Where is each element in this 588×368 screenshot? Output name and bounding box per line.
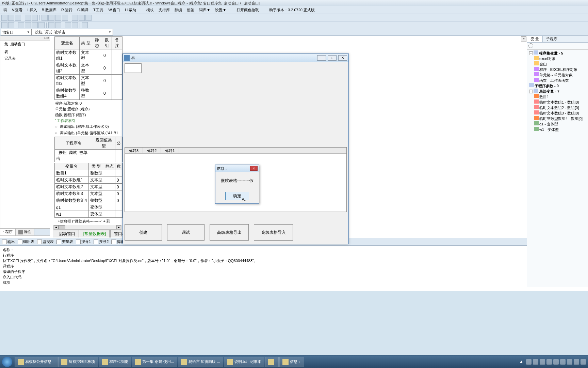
menu-item[interactable]: 辑 [1, 7, 9, 13]
tool-icon[interactable] [8, 15, 14, 21]
tree-node[interactable]: 临时整数型数组4 - 数组[0] [528, 116, 587, 121]
tool-tab[interactable]: 调用表 [18, 239, 34, 244]
tool-icon[interactable] [85, 15, 92, 21]
system-tray[interactable]: ▲ [519, 359, 588, 365]
maximize-icon[interactable]: □ [328, 55, 337, 61]
action-button[interactable]: 调试 [167, 224, 205, 241]
expand-icon[interactable]: - [529, 51, 533, 55]
tool-icon[interactable] [72, 22, 78, 28]
code-editor[interactable]: 变量名类 型静态数组备 注临时文本数组1文本型0临时文本数组2文本型0临时文本数… [54, 36, 122, 230]
taskbar-item[interactable]: 易模块公开信息... [15, 357, 58, 367]
tray-icon[interactable] [581, 359, 586, 365]
tool-tab[interactable]: 变量表 [56, 239, 73, 244]
tool-icon[interactable] [55, 22, 61, 28]
menu-item[interactable]: 打开颜色拾取 [234, 7, 261, 13]
expand-icon[interactable]: » [521, 36, 526, 42]
table-row[interactable]: 临时整数型数组4整数型0 [55, 87, 122, 100]
grid-column-header[interactable]: 你好2 [143, 148, 161, 153]
menu-item[interactable]: W.窗口 [106, 7, 122, 13]
variable-table[interactable]: 变量名类 型静态数数目1整数型临时文本数组1文本型0临时文本数组2文本型0临时文… [54, 163, 122, 218]
variable-table[interactable]: 变量名类 型静态数组备 注临时文本数组1文本型0临时文本数组2文本型0临时文本数… [54, 36, 122, 100]
textbox[interactable] [125, 63, 142, 73]
editor-tab[interactable]: _启动窗口 [53, 230, 79, 237]
taskbar-item[interactable]: 说明.txt - 记事本 [224, 357, 264, 367]
menu-item[interactable]: B.数据库 [40, 7, 59, 13]
tree-node[interactable]: 子程序参数 - 0 [528, 83, 587, 89]
close-icon[interactable]: ✕ [338, 55, 347, 61]
tab-variables[interactable]: 变 量 [527, 36, 543, 42]
code-line[interactable]: 函数.置程序 (程序) [54, 112, 122, 118]
tool-icon[interactable] [1, 22, 7, 28]
tree-node[interactable]: 程序 - EXCEL程序对象 [528, 67, 587, 72]
code-line[interactable]: ››调试输出 (单元格.偏移区域 ("A1:B1 [54, 130, 122, 136]
code-line[interactable]: 程序.获取对象 0 [54, 101, 122, 106]
table-row[interactable]: _按钮_调试_被单击 [55, 150, 122, 162]
tray-icon[interactable] [540, 359, 545, 365]
taskbar-item[interactable]: 信息： [279, 357, 304, 367]
search-box[interactable] [527, 43, 588, 50]
action-button[interactable]: 创建 [125, 224, 162, 241]
tree-node[interactable]: 金山 [528, 61, 587, 67]
tool-icon[interactable] [48, 22, 54, 28]
tool-icon[interactable] [79, 15, 85, 21]
menu-item[interactable]: 词库▼ [197, 7, 212, 13]
menu-item[interactable]: 设置▼ [213, 7, 228, 13]
tool-icon[interactable] [18, 22, 24, 28]
editor-tab[interactable]: [常量数据表] [80, 230, 110, 237]
tool-icon[interactable] [1, 15, 7, 21]
panel-close-icon[interactable]: □ × [0, 36, 50, 41]
tool-icon[interactable] [82, 22, 88, 28]
tab-program[interactable]: : 程序 [0, 229, 16, 235]
tree-item[interactable]: 记录表 [0, 55, 50, 62]
tab-subroutines[interactable]: 子程序 [543, 36, 561, 42]
menu-item[interactable]: 助手版本：3.2.0720 正式版 [267, 7, 317, 13]
action-button[interactable]: 高级表格导入 [254, 224, 293, 241]
code-line[interactable]: ↓ +信息框 ("微软表格---------" + 到 [54, 218, 122, 224]
minimize-icon[interactable]: — [317, 55, 326, 61]
menu-item[interactable]: I.插入 [25, 7, 39, 13]
taskbar-item[interactable]: 程序和功能 [99, 357, 131, 367]
tree-node[interactable]: 临时文本数组3 - 数组[0] [528, 110, 587, 116]
code-line[interactable]: 单元格.置程序 (程序) [54, 106, 122, 112]
tree-item[interactable]: 表 [0, 49, 50, 55]
tree-node[interactable]: excel对象 [528, 56, 587, 61]
table-row[interactable]: 临时文本数组3文本型0 [55, 75, 122, 87]
table-row[interactable]: 数目1整数型 [55, 170, 122, 177]
tray-icon[interactable] [553, 359, 559, 365]
tray-icon[interactable] [533, 359, 538, 365]
tool-tab[interactable]: 搜寻2 [94, 239, 109, 244]
table-row[interactable]: 临时文本数组3文本型0 [55, 190, 122, 197]
tool-icon[interactable] [32, 22, 38, 28]
tree-node[interactable]: w1 - 变体型 [528, 127, 587, 132]
variable-table[interactable]: 子程序名返回值类型公_按钮_调试_被单击 [54, 137, 122, 162]
action-button[interactable]: 高级表格导出 [210, 224, 249, 241]
scope-combo[interactable]: 动窗口▼ [1, 29, 31, 35]
tree-node[interactable]: -程序集变量 - 5 [528, 50, 587, 56]
tool-icon[interactable] [25, 22, 31, 28]
menu-item[interactable]: 模块 [144, 7, 156, 13]
table-row[interactable]: 临时文本数组1文本型0 [55, 177, 122, 184]
tray-icon[interactable] [574, 359, 579, 365]
tree-node[interactable]: 临时文本数组1 - 数组[0] [528, 99, 587, 105]
tree-node[interactable]: q1 - 变体型 [528, 121, 587, 127]
taskbar-item[interactable]: 第一集-创建-使用... [132, 357, 177, 367]
menu-item[interactable]: 支持库 [157, 7, 172, 13]
tool-tab[interactable]: 搜寻1 [76, 239, 91, 244]
ok-button[interactable]: 确定 [225, 192, 249, 200]
tool-icon[interactable] [62, 15, 68, 21]
tool-icon[interactable] [25, 15, 31, 21]
tab-properties[interactable]: 属性 [16, 229, 34, 235]
tool-icon[interactable] [32, 15, 38, 21]
tool-tab[interactable]: 监视表 [37, 239, 54, 244]
tray-icon[interactable] [546, 359, 552, 365]
tree-node[interactable]: 数目1 [528, 94, 587, 99]
tray-icon[interactable] [567, 359, 572, 365]
table-row[interactable]: 临时整数型数组4整数型0 [55, 197, 122, 204]
horizontal-scrollbar[interactable]: ◄► [53, 225, 121, 230]
tree-node[interactable]: 临时文本数组2 - 数组[0] [528, 105, 587, 110]
tray-expand-icon[interactable]: ▲ [519, 359, 525, 365]
code-line[interactable]: ' 工作表索引 [54, 118, 122, 124]
expand-icon[interactable]: - [529, 90, 533, 93]
method-combo[interactable]: _按钮_调试_被单击▼ [31, 29, 113, 35]
taskbar-item[interactable]: 易语言-加密狗版 ... [178, 357, 223, 367]
